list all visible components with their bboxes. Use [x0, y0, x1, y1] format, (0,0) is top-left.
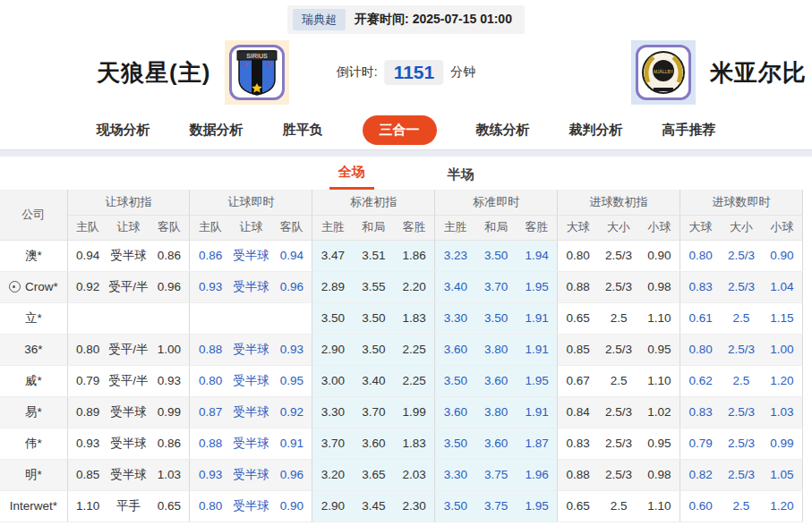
tab-live-analysis[interactable]: 现场分析 — [97, 122, 150, 139]
odds-cell: 2.20 — [394, 271, 435, 302]
odds-cell — [271, 302, 312, 334]
odds-cell: 1.15 — [762, 302, 803, 334]
company-cell: 伟* — [0, 428, 67, 459]
odds-cell: 0.85 — [558, 334, 599, 365]
odds-cell: 0.65 — [558, 302, 599, 334]
sub-header: 大小 — [721, 215, 762, 240]
odds-cell: 3.80 — [475, 334, 517, 365]
odds-cell: 3.50 — [353, 302, 394, 334]
sub-header: 客队 — [149, 215, 190, 240]
group-header: 标准即时 — [435, 190, 558, 215]
odds-cell: 0.86 — [190, 240, 231, 271]
odds-cell: 1.03 — [149, 459, 190, 490]
svg-text:MJÄLLBY: MJÄLLBY — [654, 69, 674, 74]
odds-cell: 0.62 — [680, 365, 722, 396]
sirius-crest-icon: SIRIUS 18 87 — [235, 49, 278, 96]
sub-header: 主队 — [67, 215, 108, 240]
odds-cell: 3.65 — [353, 459, 394, 490]
odds-cell: 受半球 — [231, 334, 272, 365]
odds-cell: 0.98 — [639, 459, 680, 490]
odds-cell: 0.87 — [190, 396, 231, 428]
odds-cell: 0.82 — [680, 459, 722, 490]
odds-cell: 0.83 — [680, 396, 722, 428]
countdown-unit: 分钟 — [450, 64, 475, 81]
match-header: 天狼星(主) SIRIUS 18 87 倒计时: 1151 分钟 — [0, 34, 812, 111]
countdown-value: 1151 — [385, 60, 444, 85]
tab-data-analysis[interactable]: 数据分析 — [190, 122, 244, 139]
period-subtabs: 全场 半场 — [0, 157, 812, 190]
group-header: 标准初指 — [312, 190, 435, 215]
odds-cell: 0.90 — [639, 240, 680, 271]
sub-header: 和局 — [475, 215, 517, 240]
table-row: 澳*0.94受半球0.860.86受半球0.943.473.511.863.23… — [0, 240, 803, 271]
home-team-name: 天狼星(主) — [97, 57, 210, 89]
odds-cell: 受半球 — [108, 240, 150, 271]
odds-cell: 1.91 — [517, 302, 558, 334]
sub-header: 主胜 — [312, 215, 354, 240]
odds-cell: 0.91 — [271, 428, 312, 459]
odds-cell: 1.05 — [762, 459, 803, 490]
company-cell: Crow* — [0, 271, 67, 302]
odds-cell: 3.50 — [475, 240, 517, 271]
sub-header: 主队 — [190, 215, 231, 240]
odds-cell: 2.5/3 — [721, 271, 762, 302]
company-cell: 36* — [0, 334, 67, 365]
home-team-logo: SIRIUS 18 87 — [225, 40, 289, 105]
odds-cell: 平手 — [108, 490, 150, 522]
tab-referee-analysis[interactable]: 裁判分析 — [569, 122, 623, 139]
subtab-full-match[interactable]: 全场 — [329, 158, 374, 190]
kickoff-label: 开赛时间: — [355, 12, 409, 26]
divider-band — [0, 150, 812, 157]
odds-cell: 1.10 — [639, 302, 680, 334]
odds-cell: 0.89 — [67, 396, 108, 428]
group-header: 进球数初指 — [558, 190, 680, 215]
odds-cell: 0.61 — [680, 302, 722, 334]
odds-cell: 0.84 — [558, 396, 599, 428]
odds-cell: 1.95 — [517, 365, 558, 396]
odds-cell: 1.83 — [394, 428, 435, 459]
odds-cell: 3.50 — [353, 334, 394, 365]
table-row: 伟*0.93受半球0.860.88受半球0.913.703.601.833.50… — [0, 428, 803, 459]
odds-cell: 2.5 — [598, 490, 639, 522]
odds-cell: 受半球 — [231, 365, 272, 396]
company-column-header: 公司 — [0, 190, 67, 240]
table-row: 36*0.80受平/半1.000.88受半球0.932.903.502.253.… — [0, 334, 803, 365]
sub-header: 让球 — [231, 215, 272, 240]
odds-cell: 0.67 — [558, 365, 599, 396]
odds-cell: 2.5/3 — [598, 334, 639, 365]
odds-cell: 3.40 — [353, 365, 394, 396]
odds-cell: 0.90 — [762, 240, 803, 271]
odds-cell: 2.5 — [598, 365, 639, 396]
odds-cell: 3.60 — [475, 365, 517, 396]
odds-cell: 2.25 — [394, 334, 435, 365]
sub-header: 客队 — [271, 215, 312, 240]
odds-cell: 3.23 — [435, 240, 476, 271]
odds-cell: 0.90 — [271, 490, 312, 522]
odds-cell: 2.5/3 — [598, 428, 639, 459]
kickoff-box: 瑞典超 开赛时间: 2025-07-15 01:00 — [287, 5, 525, 34]
odds-cell: 1.96 — [517, 459, 558, 490]
sub-header: 让球 — [108, 215, 150, 240]
tab-expert-picks[interactable]: 高手推荐 — [662, 122, 716, 139]
odds-cell: 3.50 — [312, 302, 354, 334]
odds-cell: 3.51 — [353, 240, 394, 271]
countdown-label: 倒计时: — [337, 64, 378, 81]
odds-cell: 2.03 — [394, 459, 435, 490]
odds-cell: 0.80 — [680, 240, 722, 271]
tab-three-in-one[interactable]: 三合一 — [363, 115, 437, 145]
odds-cell — [108, 302, 150, 334]
mjallby-crest-icon: MJÄLLBY — [641, 50, 686, 95]
odds-cell: 2.90 — [312, 334, 354, 365]
tab-win-draw-lose[interactable]: 胜平负 — [283, 122, 323, 139]
away-team-logo: MJÄLLBY — [631, 40, 696, 105]
odds-cell: 0.93 — [190, 271, 231, 302]
odds-cell: 0.99 — [762, 428, 803, 459]
tab-coach-analysis[interactable]: 教练分析 — [476, 122, 530, 139]
odds-cell: 2.5 — [721, 302, 762, 334]
odds-cell: 0.88 — [190, 334, 231, 365]
odds-cell: 0.88 — [558, 271, 599, 302]
odds-cell — [190, 302, 231, 334]
odds-cell: 0.95 — [639, 428, 680, 459]
subtab-half-match[interactable]: 半场 — [439, 161, 483, 190]
odds-cell: 受半球 — [231, 428, 272, 459]
